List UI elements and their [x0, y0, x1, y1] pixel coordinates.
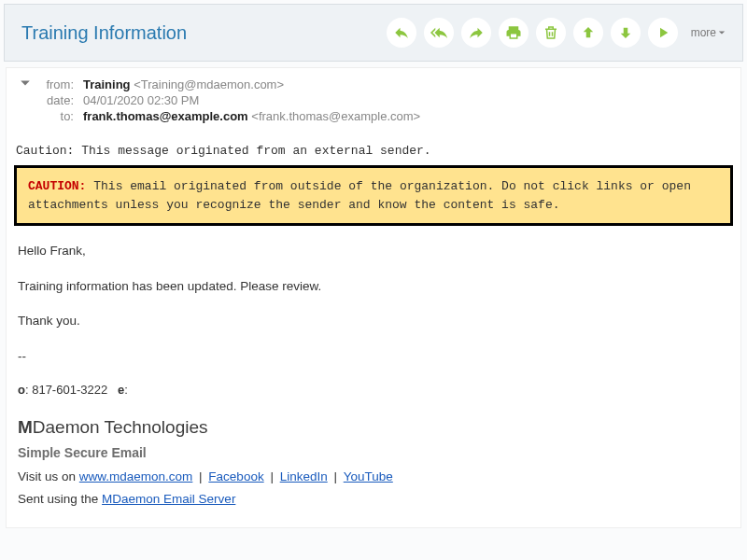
email-content: Hello Frank, Training information has be…	[7, 235, 740, 527]
forward-icon	[468, 24, 485, 41]
header-to-row: to: frank.thomas@example.com <frank.thom…	[20, 109, 722, 123]
sent-prefix: Sent using the	[18, 492, 102, 506]
to-address: <frank.thomas@example.com>	[251, 109, 420, 123]
toolbar-actions: more	[387, 18, 726, 48]
more-label: more	[691, 26, 716, 39]
to-name: frank.thomas@example.com	[83, 109, 248, 123]
more-menu[interactable]: more	[691, 26, 726, 39]
signature-block: o: 817-601-3222 e: MDaemon Technologies …	[18, 381, 729, 509]
reply-all-icon	[430, 24, 447, 41]
company-tagline: Simple Secure Email	[18, 442, 729, 463]
chevron-down-icon	[718, 29, 726, 36]
social-links: Visit us on www.mdaemon.com | Facebook |…	[18, 467, 729, 487]
message-body: Caution: This message originated from an…	[6, 134, 741, 528]
warning-prefix: CAUTION:	[28, 179, 86, 193]
from-address: <Training@mdaemon.com>	[134, 77, 284, 91]
header-from-row: from: Training <Training@mdaemon.com>	[20, 77, 722, 91]
date-value: 04/01/2020 02:30 PM	[83, 93, 199, 107]
print-button[interactable]	[499, 18, 529, 48]
expand-headers-toggle[interactable]	[20, 77, 33, 91]
from-label: from:	[36, 77, 74, 91]
thanks: Thank you.	[18, 311, 729, 331]
from-value: Training <Training@mdaemon.com>	[83, 77, 284, 91]
link-youtube[interactable]: YouTube	[344, 469, 393, 483]
sent-using: Sent using the MDaemon Email Server	[18, 489, 729, 510]
delete-button[interactable]	[536, 18, 566, 48]
date-label: date:	[36, 93, 74, 107]
forward-button[interactable]	[461, 18, 491, 48]
external-warning-banner: CAUTION: This email originated from outs…	[14, 165, 733, 226]
visit-prefix: Visit us on	[18, 469, 79, 483]
up-arrow-icon	[580, 24, 597, 41]
to-label: to:	[36, 109, 74, 123]
delete-icon	[543, 24, 559, 41]
header-date-row: date: 04/01/2020 02:30 PM	[20, 93, 722, 107]
greeting: Hello Frank,	[18, 241, 729, 261]
company-name: MDaemon Technologies	[18, 413, 729, 441]
plain-caution-line: Caution: This message originated from an…	[7, 134, 740, 163]
reply-icon	[393, 24, 410, 41]
reply-all-button[interactable]	[424, 18, 454, 48]
message-toolbar: Training Information more	[4, 4, 743, 62]
office-phone: : 817-601-3222	[25, 383, 107, 397]
warning-text: This email originated from outside of th…	[28, 179, 691, 212]
play-icon	[655, 24, 671, 41]
subject-title: Training Information	[21, 22, 187, 44]
company-block: MDaemon Technologies Simple Secure Email	[18, 413, 729, 463]
signature-separator: --	[18, 346, 729, 367]
play-button[interactable]	[648, 18, 678, 48]
message-headers: from: Training <Training@mdaemon.com> da…	[6, 67, 741, 134]
office-label: o	[18, 383, 25, 397]
reply-button[interactable]	[387, 18, 416, 48]
down-arrow-icon	[617, 24, 634, 41]
email-value: :	[124, 383, 128, 397]
next-button[interactable]	[611, 18, 641, 48]
from-name: Training	[83, 77, 131, 91]
link-facebook[interactable]: Facebook	[208, 469, 263, 483]
link-mdaemon-server[interactable]: MDaemon Email Server	[102, 492, 235, 506]
previous-button[interactable]	[573, 18, 603, 48]
link-linkedin[interactable]: LinkedIn	[280, 469, 328, 483]
contact-line: o: 817-601-3222 e:	[18, 381, 729, 400]
chevron-down-icon	[20, 77, 31, 89]
body-line-1: Training information has been updated. P…	[18, 276, 729, 297]
print-icon	[505, 24, 522, 41]
link-website[interactable]: www.mdaemon.com	[79, 469, 193, 483]
to-value: frank.thomas@example.com <frank.thomas@e…	[83, 109, 420, 123]
